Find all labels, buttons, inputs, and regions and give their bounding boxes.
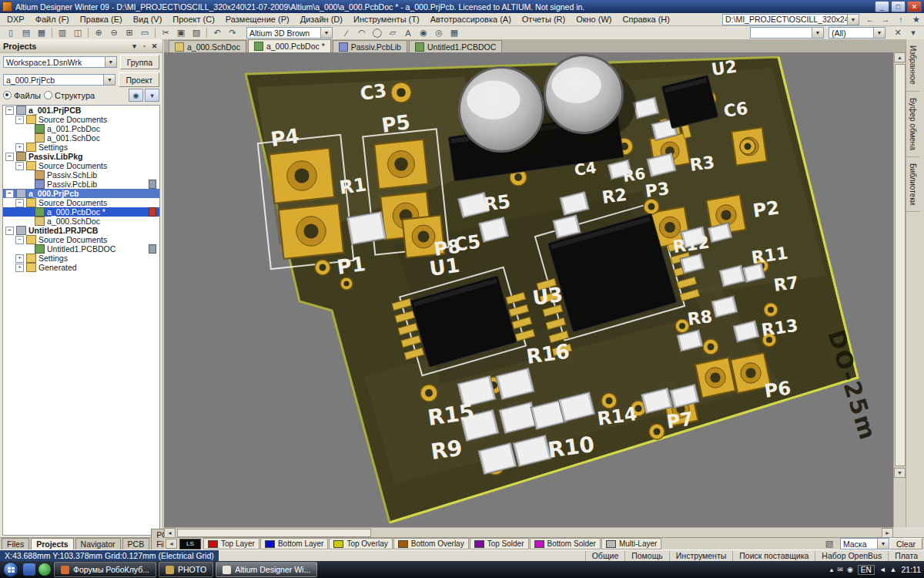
collapse-icon[interactable]: − (5, 190, 14, 198)
language-indicator[interactable]: EN (858, 565, 875, 575)
clock[interactable]: 21:11 (902, 565, 922, 574)
layer-scroll-left-icon[interactable]: ◄ (166, 539, 177, 549)
collapse-icon[interactable]: − (15, 199, 24, 207)
project-button[interactable]: Проект (119, 72, 159, 87)
browse-forward-icon[interactable]: → (878, 13, 893, 26)
volume-icon[interactable]: ◄ (879, 566, 886, 573)
tree-item[interactable]: +Settings (3, 254, 159, 263)
layer-tab[interactable]: Bottom Solder (530, 538, 601, 549)
menu-item-2[interactable]: Правка (E) (75, 14, 128, 25)
chevron-down-icon[interactable]: ▼ (105, 57, 116, 67)
document-tab[interactable]: a_000.PcbDoc * (248, 39, 331, 52)
print-preview-icon[interactable]: ◫ (70, 26, 85, 39)
layer-tab[interactable]: Top Layer (203, 538, 259, 549)
tree-item[interactable]: −Source Documents (3, 115, 159, 124)
tree-item[interactable]: −a_000.PrjPcb (3, 189, 159, 198)
pin-icon[interactable]: ▫ (139, 42, 149, 51)
start-button[interactable] (3, 562, 18, 577)
scroll-up-icon[interactable]: ▲ (894, 52, 906, 62)
status-panel-button[interactable]: Плата (888, 551, 924, 561)
tree-item[interactable]: a_000.SchDoc (3, 217, 159, 226)
radio-on-icon[interactable] (3, 91, 12, 99)
view-style-combobox[interactable]: Altium 3D Brown ▼ (246, 27, 333, 39)
filter-combobox[interactable]: (All) ▼ (829, 27, 886, 39)
close-icon[interactable]: ✕ (149, 42, 159, 51)
layer-tab[interactable]: Top Solder (470, 538, 529, 549)
workspace-group-button[interactable]: Группа (120, 55, 159, 69)
menu-item-7[interactable]: Инструменты (T) (348, 14, 425, 25)
chevron-down-icon[interactable]: ▼ (320, 28, 332, 38)
scroll-right-icon[interactable]: ► (882, 528, 893, 538)
collapse-icon[interactable]: − (15, 236, 24, 244)
tree-item[interactable]: −Source Documents (3, 161, 159, 170)
chevron-down-icon[interactable]: ▼ (873, 28, 885, 38)
horizontal-scrollbar[interactable]: ◄ ► (164, 527, 893, 537)
refresh-icon[interactable]: ◉ (129, 89, 143, 102)
tree-item[interactable]: −Source Documents (3, 235, 159, 244)
copy-icon[interactable]: ▣ (173, 26, 189, 39)
close-button[interactable]: ✕ (907, 1, 922, 12)
panel-options-icon[interactable]: ▾ (145, 89, 159, 102)
filter-clear-icon[interactable]: ✕ (890, 26, 906, 39)
layer-set-chip[interactable]: LS (179, 539, 201, 549)
layer-tab[interactable]: Multi-Layer (601, 538, 661, 549)
layer-tab[interactable]: Top Overlay (329, 538, 392, 549)
snap-options-icon[interactable]: ▧ (822, 537, 837, 549)
save-icon[interactable]: ▦ (34, 26, 49, 39)
vertical-scrollbar[interactable]: ▲ ▼ (893, 52, 906, 527)
pad-icon[interactable]: ◉ (416, 26, 431, 39)
zoom-fit-icon[interactable]: ▭ (137, 26, 152, 39)
radio-off-icon[interactable] (44, 91, 52, 99)
right-tab[interactable]: Избранное (906, 39, 919, 92)
menu-item-11[interactable]: Справка (H) (617, 14, 675, 25)
panel-tab-navigator[interactable]: Navigator (75, 538, 121, 549)
menu-item-3[interactable]: Вид (V) (128, 14, 168, 25)
collapse-icon[interactable]: − (5, 227, 14, 235)
tree-item[interactable]: −Source Documents (3, 198, 159, 207)
right-tab[interactable]: Библиотеки (906, 157, 919, 212)
panel-tab-pcb[interactable]: PCB (122, 538, 150, 549)
menu-item-8[interactable]: Автотрассировка (A) (425, 14, 517, 25)
status-panel-button[interactable]: Набор OpenBus (815, 551, 888, 561)
collapse-icon[interactable]: − (15, 116, 24, 124)
collapse-icon[interactable]: − (15, 162, 24, 170)
status-panel-button[interactable]: Помощь (624, 551, 669, 561)
project-combobox[interactable]: a_000.PrjPcb ▼ (3, 74, 116, 86)
tree-item[interactable]: −Passiv.LibPkg (3, 152, 159, 161)
menu-item-0[interactable]: DXP (2, 14, 30, 25)
tree-item[interactable]: a_000.PcbDoc * (3, 207, 159, 217)
status-panel-button[interactable]: Общие (585, 551, 625, 561)
tree-item[interactable]: +Settings (3, 143, 159, 152)
horizontal-scroll-thumb[interactable] (177, 529, 371, 537)
panel-tab-projects[interactable]: Projects (31, 538, 73, 549)
via-icon[interactable]: ◎ (431, 26, 447, 39)
dropdown-icon[interactable]: ▾ (129, 42, 139, 51)
print-icon[interactable]: ▥ (55, 26, 70, 39)
menu-item-1[interactable]: Файл (F) (30, 14, 75, 25)
panel-tab-files[interactable]: Files (2, 538, 29, 549)
workspace-combobox[interactable]: Workspace1.DsnWrk ▼ (3, 56, 117, 68)
tree-item[interactable]: a_001.PcbDoc (3, 124, 159, 133)
chevron-down-icon[interactable]: ▼ (812, 28, 823, 38)
right-tab[interactable]: Буфер обмена (906, 92, 919, 157)
menu-item-5[interactable]: Размещение (P) (220, 14, 295, 25)
quicklaunch-icon-1[interactable] (23, 563, 35, 576)
maximize-button[interactable]: □ (891, 1, 906, 12)
collapse-icon[interactable]: − (5, 153, 14, 161)
collapse-icon[interactable]: − (5, 106, 14, 115)
polygon-icon[interactable]: ▱ (385, 26, 400, 39)
shield-icon[interactable]: ▲ (890, 566, 897, 573)
status-panel-button[interactable]: Поиск поставщика (732, 551, 815, 561)
mask-level-combobox[interactable]: ▼ (750, 27, 824, 39)
layer-tab[interactable]: Bottom Overlay (393, 538, 469, 549)
status-panel-button[interactable]: Инструменты (669, 551, 732, 561)
document-tab[interactable]: a_000.SchDoc (169, 40, 246, 52)
structure-radio[interactable]: Структура (44, 91, 95, 100)
tree-item[interactable]: Passiv.SchLib (3, 170, 159, 180)
redo-icon[interactable]: ↷ (225, 26, 240, 39)
path-combobox[interactable]: D:\MI_PROJECT\OSCILL_320x240\2 ▼ (722, 14, 859, 25)
tree-item[interactable]: −Untitled1.PRJPCB (3, 226, 159, 235)
zoom-out-icon[interactable]: ⊖ (106, 26, 122, 39)
chevron-down-icon[interactable]: ▼ (847, 15, 859, 25)
files-radio[interactable]: Файлы (3, 91, 41, 100)
